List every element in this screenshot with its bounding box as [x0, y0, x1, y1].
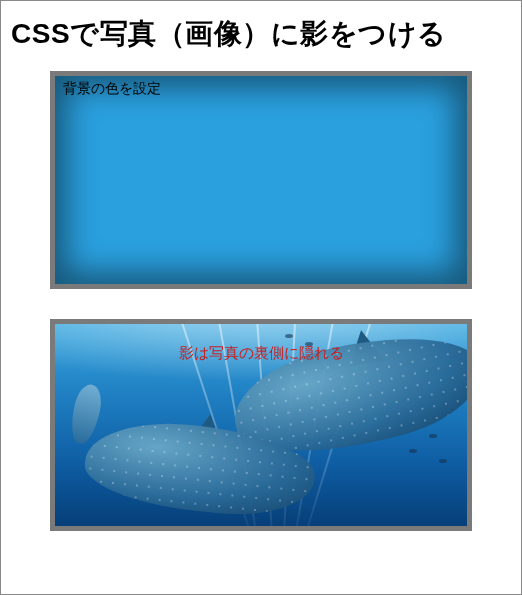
example-box-bgcolor: 背景の色を設定	[50, 71, 472, 289]
box2-caption: 影は写真の裏側に隠れる	[55, 344, 467, 363]
box1-label: 背景の色を設定	[63, 80, 161, 98]
example-box-photo: 影は写真の裏側に隠れる	[50, 319, 472, 531]
examples-container: 背景の色を設定 影は写真の裏側に隠れる	[7, 71, 515, 531]
small-fish	[67, 382, 105, 446]
page-title: CSSで写真（画像）に影をつける	[11, 15, 511, 53]
